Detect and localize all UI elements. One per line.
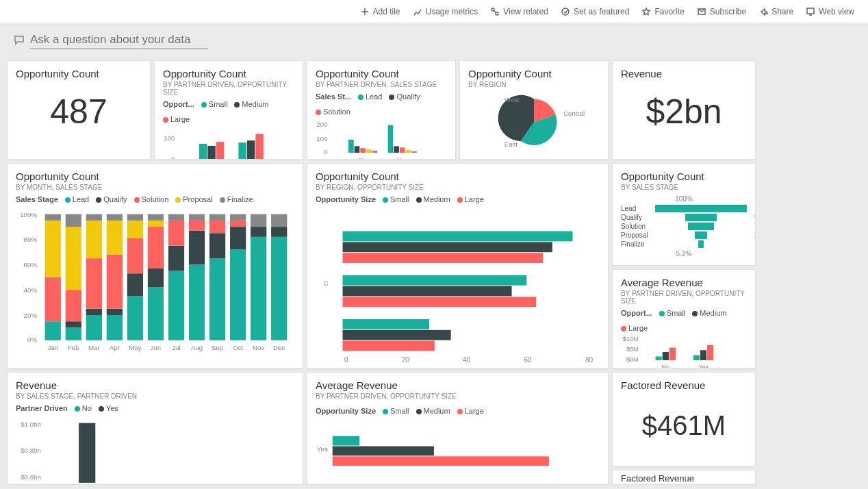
legend: Opport... Small Medium Large	[163, 100, 294, 123]
tile-title: Factored Revenue	[621, 473, 747, 484]
hbar-chart: C 0	[316, 208, 600, 356]
svg-text:60%: 60%	[24, 261, 38, 268]
svg-rect-114	[343, 253, 543, 263]
usage-metrics-button[interactable]: Usage metrics	[413, 7, 478, 16]
svg-text:Oct: Oct	[233, 344, 243, 351]
chart-icon	[413, 7, 422, 16]
svg-text:Yes: Yes	[397, 156, 408, 160]
tile-title: Revenue	[621, 68, 747, 79]
svg-rect-27	[411, 151, 417, 153]
pie-chart: West Central East	[468, 92, 600, 151]
svg-rect-62	[127, 221, 143, 238]
svg-rect-86	[230, 221, 246, 227]
svg-text:100: 100	[316, 135, 327, 142]
qna-input[interactable]	[30, 32, 208, 49]
svg-text:Apr: Apr	[110, 344, 120, 351]
favorite-button[interactable]: Favorite	[641, 7, 684, 16]
svg-rect-78	[189, 214, 205, 221]
plus-icon	[360, 7, 370, 16]
svg-rect-115	[343, 275, 527, 286]
add-tile-button[interactable]: Add tile	[360, 7, 400, 16]
svg-rect-98	[271, 214, 287, 227]
action-toolbar: Add tile Usage metrics View related Set …	[0, 0, 868, 23]
tile-opp-count-kpi[interactable]: Opportunity Count 487	[7, 60, 151, 160]
svg-text:Jul: Jul	[172, 344, 180, 351]
svg-text:80%: 80%	[24, 236, 38, 243]
tile-opp-count-region[interactable]: Opportunity Count BY REGION West Central…	[459, 60, 609, 160]
svg-rect-12	[255, 134, 264, 160]
svg-rect-4	[807, 8, 814, 14]
tile-revenue-kpi[interactable]: Revenue $2bn	[612, 60, 756, 160]
hbar-chart: Yes	[316, 419, 600, 470]
svg-rect-49	[86, 315, 102, 340]
svg-rect-20	[360, 148, 366, 153]
svg-rect-116	[343, 286, 512, 297]
svg-point-2	[562, 8, 569, 15]
svg-text:Dec: Dec	[273, 344, 285, 351]
svg-rect-25	[400, 147, 405, 153]
tile-factored-rev[interactable]: Factored Revenue $461M	[612, 372, 756, 466]
svg-rect-18	[348, 140, 354, 153]
svg-rect-66	[148, 227, 164, 268]
svg-rect-94	[271, 237, 287, 340]
svg-rect-58	[107, 214, 123, 221]
svg-rect-7	[199, 144, 207, 160]
svg-text:200: 200	[316, 121, 327, 128]
tile-opp-count-partner[interactable]: Opportunity Count BY PARTNER DRIVEN, OPP…	[154, 60, 303, 160]
tile-title: Opportunity Count	[316, 171, 600, 182]
share-button[interactable]: Share	[758, 7, 793, 16]
svg-rect-136	[79, 423, 95, 483]
tile-avg-rev-partner[interactable]: Average Revenue BY PARTNER DRIVEN, OPPOR…	[612, 269, 756, 368]
svg-rect-74	[189, 264, 205, 340]
legend: Opportunity Size Small Medium Large	[316, 195, 600, 203]
svg-rect-55	[107, 309, 123, 315]
svg-rect-11	[247, 140, 255, 160]
svg-rect-79	[209, 258, 225, 340]
tile-opp-count-month[interactable]: Opportunity Count BY MONTH, SALES STAGE …	[7, 163, 303, 368]
svg-text:100%: 100%	[20, 211, 37, 218]
svg-rect-67	[148, 221, 164, 227]
view-related-button[interactable]: View related	[490, 7, 548, 16]
svg-rect-56	[107, 255, 123, 309]
tile-opp-count-region-size[interactable]: Opportunity Count BY REGION, OPPORTUNITY…	[307, 163, 609, 368]
kpi-value: $2bn	[621, 93, 747, 131]
svg-rect-64	[148, 287, 164, 340]
tile-title: Revenue	[16, 379, 294, 391]
web-view-button[interactable]: Web view	[806, 7, 854, 16]
star-icon	[641, 7, 651, 16]
svg-rect-61	[127, 238, 143, 274]
stacked-bar-chart: 100% 80% 60% 40% 20% 0% JanFebMarAprMayJ…	[16, 208, 294, 353]
svg-rect-138	[333, 436, 360, 446]
svg-rect-39	[45, 321, 61, 340]
subscribe-button[interactable]: Subscribe	[697, 7, 746, 16]
svg-rect-70	[168, 246, 184, 271]
svg-rect-51	[86, 258, 102, 309]
svg-rect-85	[230, 227, 246, 249]
legend: Sales St... Lead Qualify Solution	[316, 92, 447, 116]
svg-text:0: 0	[171, 155, 175, 160]
featured-icon	[561, 7, 570, 16]
tile-subtitle: BY PARTNER DRIVEN, SALES STAGE	[316, 81, 447, 88]
svg-rect-48	[66, 214, 81, 227]
svg-rect-73	[168, 214, 184, 221]
tile-factored-rev2[interactable]: Factored Revenue	[612, 470, 756, 485]
tile-opp-count-partner-stage[interactable]: Opportunity Count BY PARTNER DRIVEN, SAL…	[307, 60, 456, 160]
tile-rev-stage-partner[interactable]: Revenue BY SALES STAGE, PARTNER DRIVEN P…	[7, 372, 303, 485]
svg-text:No: No	[359, 156, 367, 160]
tile-funnel[interactable]: Opportunity Count BY SALES STAGE 100% Le…	[612, 163, 756, 266]
svg-rect-26	[406, 150, 411, 153]
svg-text:West: West	[505, 96, 520, 103]
tile-subtitle: BY PARTNER DRIVEN, OPPORTUNITY SIZE	[316, 392, 600, 400]
tile-subtitle: BY PARTNER DRIVEN, OPPORTUNITY SIZE	[163, 81, 294, 96]
mail-icon	[697, 7, 706, 16]
set-featured-button[interactable]: Set as featured	[561, 7, 629, 16]
kpi-value: $461M	[621, 410, 747, 440]
svg-rect-44	[66, 327, 81, 340]
svg-rect-140	[333, 456, 549, 466]
svg-text:0: 0	[324, 148, 327, 155]
tile-title: Average Revenue	[621, 277, 747, 288]
tile-avg-rev-partner-size2[interactable]: Average Revenue BY PARTNER DRIVEN, OPPOR…	[307, 372, 609, 485]
tile-subtitle: BY PARTNER DRIVEN, OPPORTUNITY SIZE	[621, 290, 747, 305]
svg-rect-130	[707, 345, 713, 360]
svg-text:May: May	[129, 344, 141, 351]
